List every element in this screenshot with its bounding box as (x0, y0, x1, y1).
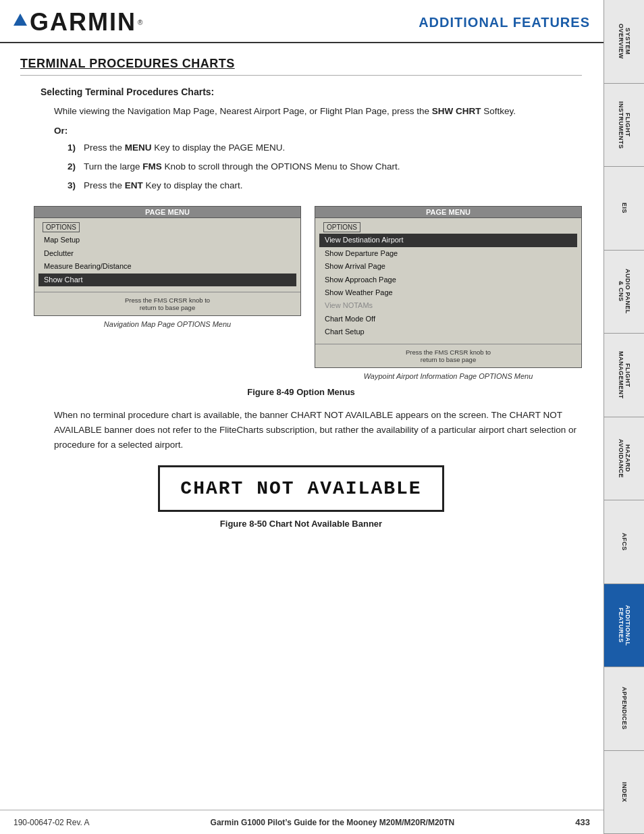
step-1: 1) Press the MENU Key to display the PAG… (68, 141, 582, 155)
availability-paragraph: When no terminal procedure chart is avai… (54, 408, 582, 452)
step-1-num: 1) (68, 141, 84, 155)
registered-mark: ® (138, 19, 142, 26)
menu-right-caption: Waypoint Airport Information Page OPTION… (315, 372, 582, 380)
menu-right-item-3: Show Arrival Page (319, 260, 577, 273)
menu-right-item-4: Show Approach Page (319, 273, 577, 286)
subsection-title: Selecting Terminal Procedures Charts: (41, 86, 582, 97)
logo-text: GARMIN (30, 8, 136, 36)
step-3: 3) Press the ENT Key to display the char… (68, 179, 582, 192)
step-1-text: Press the MENU Key to display the PAGE M… (84, 141, 285, 155)
menu-left-item-4: Show Chart (38, 273, 296, 286)
step-3-text: Press the ENT Key to display the chart. (84, 179, 243, 192)
main-content: TERMINAL PROCEDURES CHARTS Selecting Ter… (0, 43, 602, 556)
page-header: GARMIN ® ADDITIONAL FEATURES (0, 0, 603, 43)
section-title: TERMINAL PROCEDURES CHARTS (20, 57, 582, 76)
sidebar: SYSTEMOVERVIEWFLIGHTINSTRUMENTSEISAUDIO … (603, 0, 644, 834)
menu-left-caption: Navigation Map Page OPTIONS Menu (34, 320, 301, 328)
sidebar-tab-eis[interactable]: EIS (603, 167, 644, 251)
page-footer: 190-00647-02 Rev. A Garmin G1000 Pilot’s… (0, 810, 603, 834)
menu-left-footer: Press the FMS CRSR knob toreturn to base… (34, 292, 300, 315)
logo-area: GARMIN ® (14, 8, 142, 36)
menu-right-footer: Press the FMS CRSR knob toreturn to base… (315, 344, 581, 367)
shw-chrt-bold: SHW CHRT (432, 106, 481, 116)
intro-paragraph: While viewing the Navigation Map Page, N… (54, 104, 582, 119)
sidebar-tab-audio-panel-cns[interactable]: AUDIO PANEL& CNS (603, 251, 644, 334)
menu-left-item-1: Map Setup (38, 234, 296, 246)
or-label: Or: (54, 126, 582, 136)
menu-right-image: PAGE MENU OPTIONS View Destination Airpo… (315, 206, 582, 368)
sidebar-tab-system-overview[interactable]: SYSTEMOVERVIEW (603, 0, 644, 84)
chart-not-available-container: CHART NOT AVAILABLE (20, 465, 582, 512)
menu-left-item-2: Declutter (38, 247, 296, 260)
footer-left: 190-00647-02 Rev. A (14, 818, 90, 827)
figures-container: PAGE MENU OPTIONS Map Setup Declutter Me… (34, 206, 582, 380)
menu-right-item-8: Chart Setup (319, 325, 577, 338)
figure-right: PAGE MENU OPTIONS View Destination Airpo… (315, 206, 582, 380)
sidebar-tab-flight-management[interactable]: FLIGHTMANAGEMENT (603, 334, 644, 417)
sidebar-tab-additional-features[interactable]: ADDITIONALFEATURES (603, 584, 644, 668)
step-2-text: Turn the large FMS Knob to scroll throug… (84, 160, 400, 174)
footer-center: Garmin G1000 Pilot’s Guide for the Moone… (211, 818, 455, 827)
menu-right-item-1: View Destination Airport (319, 234, 577, 246)
menu-right-item-6: View NOTAMs (319, 299, 577, 312)
sidebar-tab-index[interactable]: INDEX (603, 751, 644, 835)
chart-not-available-banner: CHART NOT AVAILABLE (158, 465, 444, 512)
sidebar-tab-hazard-avoidance[interactable]: HAZARDAVOIDANCE (603, 417, 644, 501)
footer-right: 433 (575, 817, 590, 827)
menu-right-item-5: Show Weather Page (319, 286, 577, 299)
step-3-num: 3) (68, 179, 84, 192)
menu-right-item-7: Chart Mode Off (319, 313, 577, 325)
figure-49-caption: Figure 8-49 Option Menus (20, 387, 582, 397)
menu-right-title: PAGE MENU (315, 207, 581, 218)
step-2-num: 2) (68, 160, 84, 174)
menu-left-item-3: Measure Bearing/Distance (38, 260, 296, 273)
menu-left-options-label: OPTIONS (43, 222, 80, 232)
menu-left-image: PAGE MENU OPTIONS Map Setup Declutter Me… (34, 206, 301, 316)
figure-left: PAGE MENU OPTIONS Map Setup Declutter Me… (34, 206, 301, 328)
steps-list: 1) Press the MENU Key to display the PAG… (68, 141, 582, 193)
menu-right-item-2: Show Departure Page (319, 247, 577, 260)
sidebar-tab-afcs[interactable]: AFCS (603, 500, 644, 584)
menu-left-title: PAGE MENU (34, 207, 300, 218)
sidebar-tab-appendices[interactable]: APPENDICES (603, 667, 644, 751)
menu-right-options-label: OPTIONS (323, 222, 360, 232)
step-2: 2) Turn the large FMS Knob to scroll thr… (68, 160, 582, 174)
figure-50-caption: Figure 8-50 Chart Not Available Banner (20, 519, 582, 529)
logo-triangle-icon (14, 14, 27, 26)
section-header-title: ADDITIONAL FEATURES (419, 15, 590, 30)
sidebar-tab-flight-instruments[interactable]: FLIGHTINSTRUMENTS (603, 84, 644, 167)
